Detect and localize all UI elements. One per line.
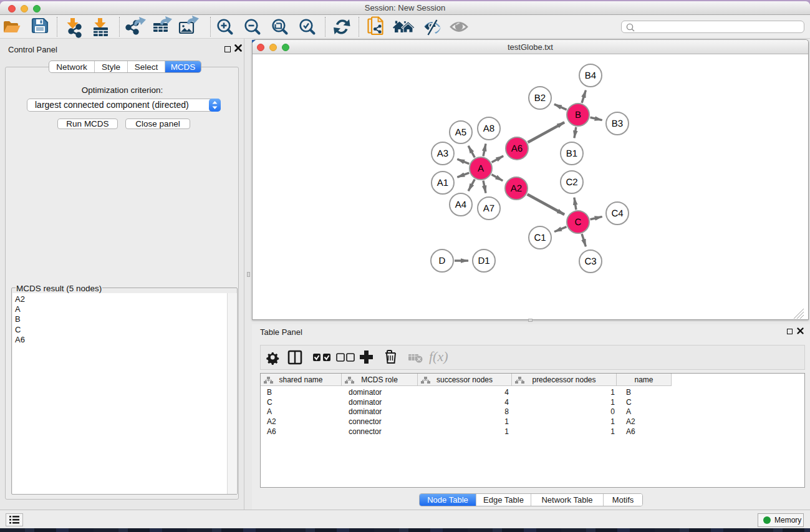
- svg-text:B1: B1: [566, 148, 577, 159]
- svg-text:A1: A1: [437, 178, 448, 188]
- svg-text:C1: C1: [534, 233, 546, 243]
- svg-text:D1: D1: [478, 256, 489, 266]
- svg-text:A3: A3: [437, 148, 448, 159]
- svg-text:B3: B3: [612, 118, 623, 129]
- svg-text:A4: A4: [455, 200, 466, 210]
- svg-text:A7: A7: [483, 203, 494, 214]
- svg-text:A2: A2: [511, 183, 522, 194]
- svg-text:C: C: [575, 217, 582, 228]
- svg-text:D: D: [439, 256, 446, 266]
- svg-text:A8: A8: [483, 123, 494, 134]
- svg-text:A: A: [478, 163, 484, 174]
- svg-text:A6: A6: [511, 143, 523, 154]
- svg-text:f(x): f(x): [429, 349, 448, 364]
- svg-text:C2: C2: [566, 177, 577, 188]
- svg-text:B4: B4: [585, 70, 596, 81]
- svg-text:C4: C4: [611, 208, 623, 219]
- svg-text:B: B: [575, 110, 581, 120]
- svg-text:C3: C3: [584, 256, 596, 267]
- svg-text:B2: B2: [534, 93, 546, 104]
- svg-text:A5: A5: [455, 127, 466, 138]
